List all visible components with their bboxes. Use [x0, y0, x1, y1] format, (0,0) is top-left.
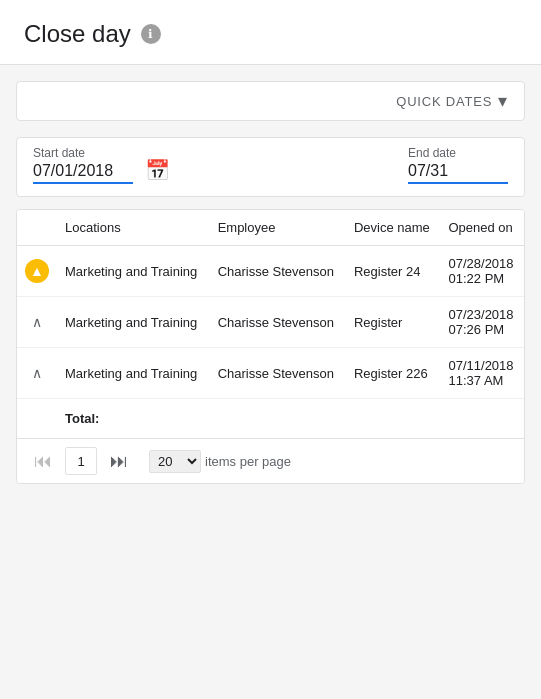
- expand-cell: ∧: [17, 348, 57, 399]
- items-per-page-select[interactable]: 10 20 50 100: [149, 450, 201, 473]
- table-row: ∧ Marketing and Training Charisse Steven…: [17, 297, 524, 348]
- end-date-field: End date 07/31: [408, 146, 508, 184]
- opened-on-cell: 07/11/201811:37 AM: [441, 348, 525, 399]
- start-date-label: Start date: [33, 146, 133, 160]
- employee-cell: Charisse Stevenson: [210, 297, 346, 348]
- employee-cell: Charisse Stevenson: [210, 246, 346, 297]
- quick-dates-button[interactable]: QUICK DATES ▾: [396, 90, 508, 112]
- calendar-icon[interactable]: 📅: [145, 158, 170, 182]
- total-label: Total:: [57, 399, 524, 439]
- page-number-input[interactable]: [65, 447, 97, 475]
- total-expand-cell: [17, 399, 57, 439]
- employee-cell: Charisse Stevenson: [210, 348, 346, 399]
- location-cell: Marketing and Training: [57, 297, 210, 348]
- opened-on-cell: 07/28/201801:22 PM: [441, 246, 525, 297]
- page-title: Close day: [24, 20, 131, 48]
- expand-button[interactable]: ∧: [25, 310, 49, 334]
- location-cell: Marketing and Training: [57, 348, 210, 399]
- date-range-row: Start date 07/01/2018 📅 End date 07/31: [16, 137, 525, 197]
- col-expand: [17, 210, 57, 246]
- col-device: Device name: [346, 210, 441, 246]
- pagination-bar: ⏮ ⏭ 10 20 50 100 items per page: [17, 438, 524, 483]
- expand-button[interactable]: ▲: [25, 259, 49, 283]
- expand-button[interactable]: ∧: [25, 361, 49, 385]
- page-header: Close day ℹ: [0, 0, 541, 65]
- opened-on-cell: 07/23/201807:26 PM: [441, 297, 525, 348]
- device-cell: Register: [346, 297, 441, 348]
- device-cell: Register 24: [346, 246, 441, 297]
- col-locations: Locations: [57, 210, 210, 246]
- total-row: Total:: [17, 399, 524, 439]
- quick-dates-bar: QUICK DATES ▾: [16, 81, 525, 121]
- info-icon[interactable]: ℹ: [141, 24, 161, 44]
- items-per-page-container: 10 20 50 100 items per page: [149, 450, 291, 473]
- col-employee: Employee: [210, 210, 346, 246]
- start-date-value[interactable]: 07/01/2018: [33, 162, 133, 184]
- chevron-down-icon: ▾: [498, 90, 508, 112]
- table-container: Locations Employee Device name Opened on…: [16, 209, 525, 484]
- expand-cell: ∧: [17, 297, 57, 348]
- data-table: Locations Employee Device name Opened on…: [17, 210, 524, 438]
- items-per-page-label: items per page: [205, 454, 291, 469]
- first-page-button[interactable]: ⏮: [29, 447, 57, 475]
- quick-dates-label: QUICK DATES: [396, 94, 492, 109]
- end-date-label: End date: [408, 146, 508, 160]
- content-area: QUICK DATES ▾ Start date 07/01/2018 📅 En…: [0, 65, 541, 500]
- end-date-value[interactable]: 07/31: [408, 162, 508, 184]
- col-opened-on: Opened on: [441, 210, 525, 246]
- expand-cell: ▲: [17, 246, 57, 297]
- location-cell: Marketing and Training: [57, 246, 210, 297]
- table-row: ∧ Marketing and Training Charisse Steven…: [17, 348, 524, 399]
- next-page-button[interactable]: ⏭: [105, 447, 133, 475]
- device-cell: Register 226: [346, 348, 441, 399]
- table-header-row: Locations Employee Device name Opened on: [17, 210, 524, 246]
- table-row: ▲ Marketing and Training Charisse Steven…: [17, 246, 524, 297]
- start-date-field: Start date 07/01/2018: [33, 146, 133, 184]
